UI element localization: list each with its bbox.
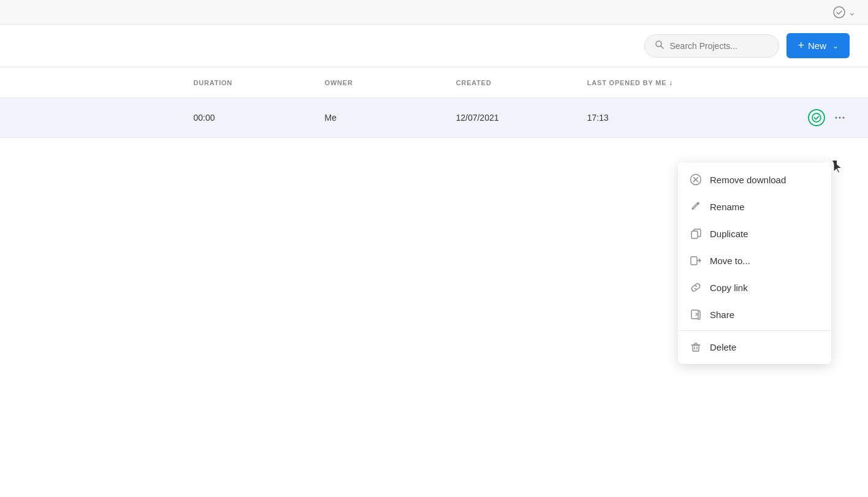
svg-rect-10 xyxy=(691,231,698,238)
row-check-button[interactable] xyxy=(808,109,825,126)
menu-item-duplicate-label: Duplicate xyxy=(710,229,748,239)
row-actions xyxy=(762,108,850,127)
more-options-button[interactable] xyxy=(830,108,850,127)
cell-duration: 00:00 xyxy=(193,113,324,123)
sort-arrow-icon: ↓ xyxy=(669,78,673,87)
cell-last-opened: 17:13 xyxy=(587,113,762,123)
svg-rect-11 xyxy=(691,257,697,265)
context-menu: Remove download Rename Duplicate xyxy=(678,162,831,364)
menu-item-remove-download[interactable]: Remove download xyxy=(678,166,831,193)
search-input[interactable] xyxy=(669,41,767,51)
col-header-owner: OWNER xyxy=(325,79,456,86)
svg-point-6 xyxy=(843,117,845,119)
menu-item-share-label: Share xyxy=(710,309,734,320)
menu-item-remove-download-label: Remove download xyxy=(710,175,786,185)
chevron-down-icon[interactable]: ⌄ xyxy=(848,7,856,17)
svg-line-2 xyxy=(661,46,663,48)
svg-point-4 xyxy=(836,117,837,119)
svg-point-5 xyxy=(839,117,841,119)
mouse-cursor xyxy=(832,161,842,174)
search-box[interactable] xyxy=(644,34,779,58)
new-button-label: New xyxy=(808,40,826,51)
table-row: 00:00 Me 12/07/2021 17:13 xyxy=(0,98,868,138)
menu-item-duplicate[interactable]: Duplicate xyxy=(678,220,831,247)
menu-item-delete[interactable]: Delete xyxy=(678,333,831,360)
table-header: DURATION OWNER CREATED LAST OPENED BY ME… xyxy=(0,67,868,98)
menu-item-move-to[interactable]: Move to... xyxy=(678,247,831,274)
new-button[interactable]: + New ⌄ xyxy=(786,33,850,58)
chevron-down-icon: ⌄ xyxy=(832,42,839,50)
duplicate-icon xyxy=(689,227,702,240)
menu-item-rename-label: Rename xyxy=(710,202,745,212)
plus-icon: + xyxy=(798,39,804,52)
menu-item-move-to-label: Move to... xyxy=(710,256,750,266)
rename-icon xyxy=(689,200,702,213)
col-header-created: CREATED xyxy=(456,79,587,86)
cell-owner: Me xyxy=(325,113,456,123)
menu-item-copy-link-label: Copy link xyxy=(710,283,748,293)
col-header-duration: DURATION xyxy=(193,79,324,86)
copy-link-icon xyxy=(689,281,702,294)
share-icon xyxy=(689,308,702,321)
menu-item-copy-link[interactable]: Copy link xyxy=(678,274,831,301)
menu-divider xyxy=(678,330,831,331)
menu-item-delete-label: Delete xyxy=(710,342,736,352)
col-header-last-opened[interactable]: LAST OPENED BY ME ↓ xyxy=(587,78,762,87)
menu-item-rename[interactable]: Rename xyxy=(678,193,831,220)
svg-point-0 xyxy=(834,7,845,18)
remove-download-icon xyxy=(689,173,702,186)
svg-point-3 xyxy=(812,113,821,122)
status-check: ⌄ xyxy=(832,6,856,19)
status-check-icon xyxy=(832,6,846,19)
cell-created: 12/07/2021 xyxy=(456,113,587,123)
search-icon xyxy=(655,40,664,52)
top-bar: ⌄ xyxy=(0,0,868,25)
menu-item-share[interactable]: Share xyxy=(678,301,831,328)
toolbar: + New ⌄ xyxy=(0,25,868,67)
delete-icon xyxy=(689,340,702,354)
svg-rect-13 xyxy=(693,345,699,351)
move-to-icon xyxy=(689,254,702,267)
projects-table: DURATION OWNER CREATED LAST OPENED BY ME… xyxy=(0,67,868,138)
